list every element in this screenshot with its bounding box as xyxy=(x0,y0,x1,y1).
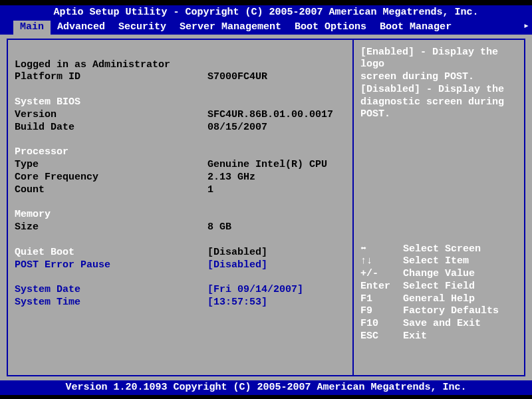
size-label: Size xyxy=(15,221,207,234)
count-value: 1 xyxy=(207,184,346,197)
help-line: [Enabled] - Display the logo xyxy=(360,47,517,72)
build-date-value: 08/15/2007 xyxy=(207,122,346,134)
count-label: Count xyxy=(15,184,207,197)
processor-header: Processor xyxy=(15,146,346,159)
menu-server-management[interactable]: Server Management xyxy=(173,21,288,35)
system-date-value[interactable]: [Fri 09/14/2007] xyxy=(207,284,346,297)
platform-id-value: S7000FC4UR xyxy=(207,71,346,84)
freq-label: Core Frequency xyxy=(15,172,207,184)
build-date-label: Build Date xyxy=(15,122,207,134)
key-desc: General Help xyxy=(403,293,475,306)
menu-main[interactable]: Main xyxy=(13,21,51,35)
version-label: Version xyxy=(15,109,207,122)
menu-scroll-right-icon[interactable]: ▸ xyxy=(523,21,529,33)
menu-boot-options[interactable]: Boot Options xyxy=(288,21,373,35)
right-panel: [Enabled] - Display the logo screen duri… xyxy=(352,39,525,376)
system-date-label[interactable]: System Date xyxy=(15,284,207,297)
bios-header: System BIOS xyxy=(15,96,346,109)
help-line: [Disabled] - Display the xyxy=(360,84,517,96)
platform-id-label: Platform ID xyxy=(15,71,207,84)
key-desc: Change Value xyxy=(403,268,475,281)
key-desc: Select Field xyxy=(403,281,475,293)
key-desc: Exit xyxy=(403,331,427,343)
quiet-boot-value[interactable]: [Disabled] xyxy=(207,247,346,259)
system-time-value[interactable]: [13:57:53] xyxy=(207,297,346,309)
freq-value: 2.13 GHz xyxy=(207,172,346,184)
system-time-label[interactable]: System Time xyxy=(15,297,207,309)
key: +/- xyxy=(360,268,403,281)
key: ⬌ xyxy=(360,243,403,256)
key: F1 xyxy=(360,293,403,306)
key: Enter xyxy=(360,281,403,293)
main-area: Logged in as Administrator Platform ID S… xyxy=(0,35,532,380)
post-error-label[interactable]: POST Error Pause xyxy=(15,259,207,272)
key: ↑↓ xyxy=(360,255,403,268)
key-desc: Select Item xyxy=(403,255,469,268)
key: F10 xyxy=(360,318,403,331)
memory-header: Memory xyxy=(15,209,346,221)
version-value: SFC4UR.86B.01.00.0017 xyxy=(207,109,346,122)
help-line: screen during POST. xyxy=(360,71,517,84)
key-hints: ⬌Select Screen ↑↓Select Item +/-Change V… xyxy=(360,243,517,368)
type-value: Genuine Intel(R) CPU xyxy=(207,159,346,172)
footer-bar: Version 1.20.1093 Copyright (C) 2005-200… xyxy=(0,380,532,396)
top-border xyxy=(0,0,532,5)
key: F9 xyxy=(360,305,403,318)
title-bar: Aptio Setup Utility - Copyright (C) 2005… xyxy=(0,5,532,21)
menu-bar: Main Advanced Security Server Management… xyxy=(0,21,532,35)
post-error-value[interactable]: [Disabled] xyxy=(207,259,346,272)
type-label: Type xyxy=(15,159,207,172)
key: ESC xyxy=(360,331,403,343)
size-value: 8 GB xyxy=(207,221,346,234)
logged-in-text: Logged in as Administrator xyxy=(15,59,346,72)
help-text: [Enabled] - Display the logo screen duri… xyxy=(360,47,517,122)
menu-advanced[interactable]: Advanced xyxy=(51,21,112,35)
menu-security[interactable]: Security xyxy=(112,21,173,35)
left-panel: Logged in as Administrator Platform ID S… xyxy=(7,39,352,376)
key-desc: Save and Exit xyxy=(403,318,481,331)
help-line: diagnostic screen during POST. xyxy=(360,96,517,122)
key-desc: Factory Defaults xyxy=(403,305,499,318)
menu-boot-manager[interactable]: Boot Manager xyxy=(373,21,458,35)
quiet-boot-label[interactable]: Quiet Boot xyxy=(15,247,207,259)
key-desc: Select Screen xyxy=(403,243,481,256)
bottom-border xyxy=(0,395,532,399)
